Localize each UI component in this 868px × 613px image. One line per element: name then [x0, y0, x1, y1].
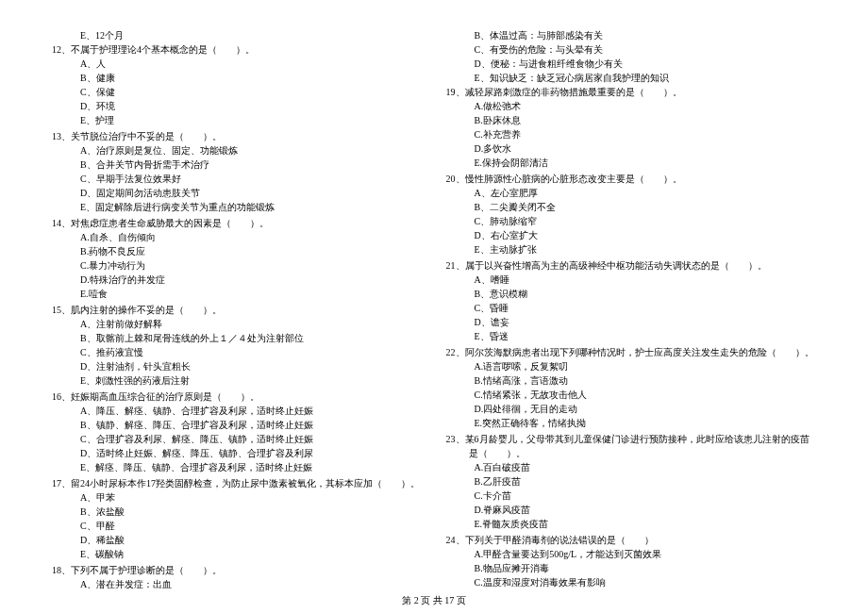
option-letter: B、 — [80, 73, 96, 83]
option-text: 意识模糊 — [490, 289, 527, 299]
option-letter: E. — [80, 289, 89, 299]
option-line: B、合并关节内骨折需手术治疗 — [52, 157, 423, 172]
option-text: 百白破疫苗 — [483, 462, 530, 472]
page-footer: 第 2 页 共 17 页 — [0, 594, 868, 607]
option-line: C.暴力冲动行为 — [52, 258, 423, 273]
option-letter: D. — [80, 274, 90, 285]
question-number: 18、 — [52, 565, 71, 575]
option-line: E、护理 — [52, 113, 423, 127]
option-text: 突然正确待客，情绪执拗 — [482, 418, 586, 428]
option-text: 取髂前上棘和尾骨连线的外上１／４处为注射部位 — [96, 333, 304, 343]
option-line: B、健康 — [52, 71, 423, 85]
question-block: 21、属于以兴奋性增高为主的高级神经中枢功能活动失调状态的是（ ）。A、嗜睡B、… — [446, 258, 817, 343]
question-text: 某6月龄婴儿，父母带其到儿童保健门诊进行预防接种，此时应给该患儿注射的疫苗是（ … — [465, 434, 810, 458]
option-text: 卧床休息 — [483, 115, 521, 125]
option-line: C.情绪紧张，无故攻击他人 — [446, 388, 817, 402]
option-line: E、解痉、降压、镇静、合理扩容及利尿，适时终止妊娠 — [52, 460, 423, 474]
question-stem: 14、对焦虑症患者生命威胁最大的因素是（ ）。 — [52, 216, 423, 230]
question-text: 下列关于甲醛消毒剂的说法错误的是（ ） — [465, 535, 654, 545]
option-letter: A、 — [475, 188, 491, 198]
option-letter: A. — [475, 101, 484, 111]
question-stem: 19、减轻尿路刺激症的非药物措施最重要的是（ ）。 — [446, 85, 817, 99]
option-letter: A. — [475, 361, 484, 372]
option-letter: D、 — [80, 361, 96, 372]
option-letter: E、 — [80, 202, 95, 212]
option-text: 肺动脉缩窄 — [490, 216, 537, 226]
option-line: C、有受伤的危险：与头晕有关 — [446, 42, 817, 57]
option-letter: D. — [475, 404, 484, 414]
option-line: B、二尖瓣关闭不全 — [446, 200, 817, 214]
option-letter: B. — [475, 375, 483, 386]
option-text: 昏迷 — [490, 331, 509, 341]
question-stem: 12、不属于护理理论4个基本概念的是（ ）。 — [52, 42, 423, 57]
question-stem: 15、肌内注射的操作不妥的是（ ）。 — [52, 303, 423, 317]
option-line: D、注射油剂，针头宜粗长 — [52, 359, 423, 373]
option-line: D、右心室扩大 — [446, 228, 817, 242]
option-letter: C、 — [475, 216, 491, 226]
question-number: 14、 — [52, 218, 71, 228]
left-column: E、12个月12、不属于护理理论4个基本概念的是（ ）。A、人B、健康C、保健D… — [52, 28, 423, 566]
option-text: 四处徘徊，无目的走动 — [483, 404, 577, 414]
option-text: 早期手法复位效果好 — [96, 174, 181, 184]
option-letter: B. — [475, 115, 483, 125]
option-text: 右心室扩大 — [491, 230, 538, 240]
question-block: 20、慢性肺源性心脏病的心脏形态改变主要是（ ）。A、左心室肥厚B、二尖瓣关闭不… — [446, 172, 817, 257]
question-block: 13、关节脱位治疗中不妥的是（ ）。A、治疗原则是复位、固定、功能锻炼B、合并关… — [52, 129, 423, 214]
option-text: 推药液宜慢 — [96, 347, 143, 357]
option-line: A.做松弛术 — [446, 99, 817, 113]
option-line: B.情绪高涨，言语激动 — [446, 373, 817, 388]
question-block: 19、减轻尿路刺激症的非药物措施最重要的是（ ）。A.做松弛术B.卧床休息C.补… — [446, 85, 817, 170]
option-text: 体温过高：与肺部感染有关 — [490, 30, 603, 41]
option-text: 人 — [96, 58, 106, 69]
option-text: 嗜睡 — [491, 274, 509, 285]
option-line: D、适时终止妊娠、解痉、降压、镇静、合理扩容及利尿 — [52, 446, 423, 460]
option-text: 昏睡 — [490, 303, 509, 313]
question-text: 关节脱位治疗中不妥的是（ ）。 — [71, 131, 222, 141]
option-line: E、昏迷 — [446, 329, 817, 343]
question-text: 减轻尿路刺激症的非药物措施最重要的是（ ）。 — [465, 87, 682, 97]
option-text: 注射油剂，针头宜粗长 — [96, 361, 191, 372]
option-letter: B、 — [80, 506, 96, 517]
option-letter: E、 — [475, 244, 490, 255]
option-text: 治疗原则是复位、固定、功能锻炼 — [96, 145, 238, 156]
option-letter: E、 — [475, 331, 490, 341]
option-line: A、注射前做好解释 — [52, 317, 423, 331]
option-line: C、肺动脉缩窄 — [446, 214, 817, 228]
option-line: D、固定期间勿活动患肢关节 — [52, 186, 423, 200]
option-line: E、碳酸钠 — [52, 547, 423, 561]
option-text: 左心室肥厚 — [491, 188, 538, 198]
option-text: 做松弛术 — [483, 101, 521, 111]
question-stem: 17、留24小时尿标本作17羟类固醇检查，为防止尿中激素被氧化，其标本应加（ ）… — [52, 476, 423, 490]
option-letter: E. — [475, 157, 483, 168]
option-line: A.百白破疫苗 — [446, 460, 817, 474]
option-line: D、稀盐酸 — [52, 533, 423, 547]
option-text: 保持会阴部清洁 — [482, 157, 548, 168]
option-letter: D、 — [475, 58, 491, 69]
option-line: B、意识模糊 — [446, 287, 817, 301]
question-number: 24、 — [446, 535, 465, 545]
option-text: 自杀、自伤倾向 — [90, 232, 156, 242]
option-line: E、主动脉扩张 — [446, 242, 817, 257]
question-stem: 16、妊娠期高血压综合征的治疗原则是（ ）。 — [52, 389, 423, 404]
question-number: 13、 — [52, 131, 71, 141]
option-line: C、推药液宜慢 — [52, 345, 423, 359]
option-line: B.卧床休息 — [446, 113, 817, 127]
option-letter: E、 — [80, 549, 95, 559]
option-letter: E、 — [80, 462, 95, 472]
option-letter: C、 — [475, 303, 491, 313]
question-number: 16、 — [52, 391, 71, 402]
option-letter: A、 — [80, 145, 96, 156]
option-letter: A、 — [80, 58, 96, 69]
question-text: 对焦虑症患者生命威胁最大的因素是（ ）。 — [71, 218, 269, 228]
option-line: B.物品应摊开消毒 — [446, 561, 817, 575]
exam-page: E、12个月12、不属于护理理论4个基本概念的是（ ）。A、人B、健康C、保健D… — [0, 0, 868, 589]
option-letter: C、 — [80, 87, 96, 97]
question-text: 阿尔茨海默病患者出现下列哪种情况时，护士应高度关注发生走失的危险（ ）。 — [465, 347, 814, 357]
question-block: 17、留24小时尿标本作17羟类固醇检查，为防止尿中激素被氧化，其标本应加（ ）… — [52, 476, 423, 561]
option-line: D、环境 — [52, 99, 423, 113]
option-letter: B、 — [80, 333, 96, 343]
option-text: 适时终止妊娠、解痉、降压、镇静、合理扩容及利尿 — [96, 448, 313, 458]
question-number: 19、 — [446, 87, 465, 97]
question-number: 22、 — [446, 347, 465, 357]
option-letter: B、 — [475, 289, 491, 299]
